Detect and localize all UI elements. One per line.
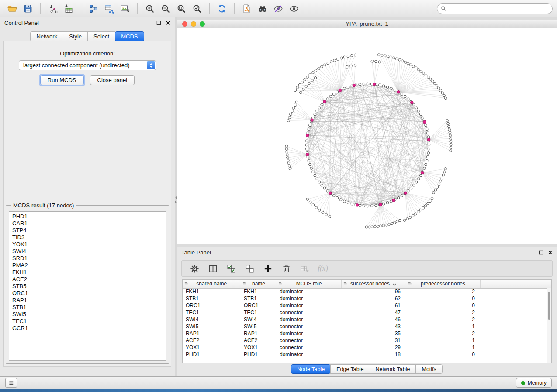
mcds-result-item[interactable]: PMA2 bbox=[9, 262, 166, 269]
leaf-node[interactable] bbox=[299, 91, 302, 94]
network-window-titlebar[interactable]: YPA_prune.txt_1 bbox=[177, 20, 557, 28]
column-header-successor-nodes[interactable]: successor nodes bbox=[341, 280, 406, 288]
leaf-node[interactable] bbox=[314, 76, 317, 79]
leaf-node[interactable] bbox=[312, 204, 315, 206]
leaf-node[interactable] bbox=[291, 110, 294, 113]
leaf-node[interactable] bbox=[292, 107, 295, 110]
leaf-node[interactable] bbox=[422, 72, 425, 75]
import-table-icon[interactable] bbox=[61, 2, 76, 15]
ring-node[interactable] bbox=[407, 98, 409, 100]
dominator-node[interactable] bbox=[379, 203, 382, 206]
ring-node[interactable] bbox=[419, 174, 422, 177]
leaf-node[interactable] bbox=[406, 217, 409, 220]
leaf-node[interactable] bbox=[404, 61, 407, 64]
mcds-result-item[interactable]: ORC1 bbox=[9, 290, 166, 297]
leaf-node[interactable] bbox=[407, 62, 409, 65]
leaf-node[interactable] bbox=[417, 211, 419, 213]
ring-node[interactable] bbox=[415, 181, 418, 183]
leaf-node[interactable] bbox=[350, 54, 353, 57]
leaf-node[interactable] bbox=[412, 65, 415, 68]
ring-node[interactable] bbox=[321, 184, 323, 186]
ring-node[interactable] bbox=[404, 95, 406, 98]
leaf-node[interactable] bbox=[437, 87, 440, 89]
ring-node[interactable] bbox=[363, 83, 365, 85]
ring-node[interactable] bbox=[367, 83, 369, 85]
column-header-predecessor-nodes[interactable]: predecessor nodes bbox=[406, 280, 480, 288]
ring-node[interactable] bbox=[363, 205, 365, 207]
leaf-node[interactable] bbox=[432, 80, 434, 83]
network-graph[interactable] bbox=[177, 28, 557, 244]
dominator-node[interactable] bbox=[373, 83, 376, 86]
leaf-node[interactable] bbox=[434, 189, 437, 191]
leaf-node[interactable] bbox=[294, 89, 297, 92]
columns-icon[interactable] bbox=[206, 262, 219, 275]
ring-node[interactable] bbox=[426, 155, 429, 158]
table-row[interactable]: SWI5SWI5connector431 bbox=[183, 323, 551, 330]
table-row[interactable]: FKH1FKH1dominator962 bbox=[183, 288, 551, 295]
ring-node[interactable] bbox=[318, 181, 321, 183]
import-network-icon[interactable] bbox=[45, 2, 61, 15]
leaf-node[interactable] bbox=[409, 64, 412, 66]
export-image-icon[interactable] bbox=[117, 2, 133, 15]
leaf-node[interactable] bbox=[315, 69, 317, 72]
ring-node[interactable] bbox=[390, 87, 393, 90]
zoom-window-icon[interactable] bbox=[200, 21, 205, 27]
zoom-out-icon[interactable] bbox=[158, 2, 173, 15]
ring-node[interactable] bbox=[415, 107, 418, 109]
ring-node[interactable] bbox=[418, 110, 420, 112]
leaf-node[interactable] bbox=[308, 82, 311, 85]
ring-node[interactable] bbox=[410, 187, 412, 189]
hide-panel-icon[interactable] bbox=[270, 2, 286, 15]
leaf-node[interactable] bbox=[296, 86, 299, 89]
leaf-node[interactable] bbox=[450, 143, 452, 146]
column-header-name[interactable]: name bbox=[241, 280, 277, 288]
ring-node[interactable] bbox=[370, 205, 373, 207]
leaf-node[interactable] bbox=[302, 88, 305, 91]
ring-node[interactable] bbox=[309, 124, 311, 127]
leaf-node[interactable] bbox=[393, 57, 395, 59]
leaf-node[interactable] bbox=[330, 61, 332, 63]
leaf-node[interactable] bbox=[412, 214, 414, 217]
mcds-result-item[interactable]: RAP1 bbox=[9, 297, 166, 304]
leaf-node[interactable] bbox=[343, 56, 346, 58]
leaf-node[interactable] bbox=[286, 154, 289, 156]
dominator-node[interactable] bbox=[311, 119, 314, 122]
ring-node[interactable] bbox=[394, 89, 396, 92]
ring-node[interactable] bbox=[423, 167, 426, 170]
mcds-result-item[interactable]: GCR1 bbox=[9, 325, 166, 332]
leaf-node[interactable] bbox=[431, 198, 433, 200]
mcds-result-item[interactable]: TID3 bbox=[9, 234, 166, 241]
leaf-node[interactable] bbox=[388, 223, 391, 226]
table-row[interactable]: ORC1ORC1dominator610 bbox=[183, 302, 551, 309]
leaf-node[interactable] bbox=[409, 216, 412, 219]
minimize-window-icon[interactable] bbox=[191, 21, 196, 27]
leaf-node[interactable] bbox=[304, 79, 306, 81]
float-panel-icon[interactable] bbox=[156, 21, 161, 25]
leaf-node[interactable] bbox=[396, 220, 399, 223]
leaf-node[interactable] bbox=[425, 74, 427, 76]
leaf-node[interactable] bbox=[289, 168, 291, 170]
leaf-node[interactable] bbox=[287, 159, 290, 162]
add-column-icon[interactable] bbox=[261, 262, 274, 275]
leaf-node[interactable] bbox=[329, 215, 331, 218]
ring-node[interactable] bbox=[326, 189, 329, 192]
task-history-button[interactable] bbox=[5, 378, 17, 388]
leaf-node[interactable] bbox=[450, 141, 452, 143]
mcds-result-item[interactable]: FKH1 bbox=[9, 269, 166, 276]
leaf-node[interactable] bbox=[401, 60, 404, 62]
search-network-icon[interactable] bbox=[255, 2, 270, 15]
leaf-node[interactable] bbox=[371, 60, 374, 62]
leaf-node[interactable] bbox=[347, 55, 349, 58]
mcds-result-item[interactable]: CAR1 bbox=[9, 220, 166, 227]
leaf-node[interactable] bbox=[448, 128, 451, 131]
ring-node[interactable] bbox=[397, 196, 400, 199]
leaf-node[interactable] bbox=[287, 120, 290, 122]
dominator-node[interactable] bbox=[421, 171, 424, 174]
ring-node[interactable] bbox=[401, 195, 403, 197]
leaf-node[interactable] bbox=[442, 174, 445, 176]
table-row[interactable]: RAP1RAP1dominator352 bbox=[183, 330, 551, 337]
leaf-node[interactable] bbox=[315, 206, 318, 209]
leaf-node[interactable] bbox=[306, 198, 309, 201]
ring-node[interactable] bbox=[418, 178, 420, 180]
ring-node[interactable] bbox=[378, 84, 381, 86]
